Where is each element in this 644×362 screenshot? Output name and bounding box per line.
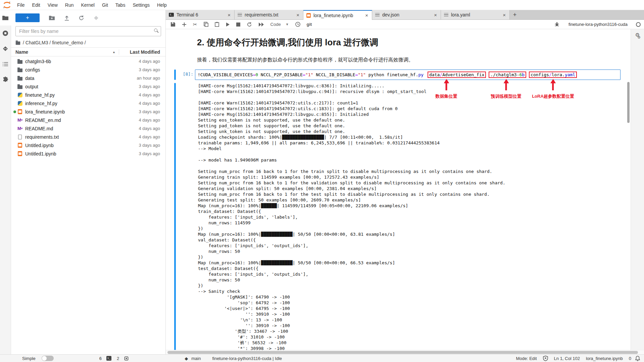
file-row-data[interactable]: dataan hour ago <box>11 74 165 82</box>
property-inspector-gears-icon[interactable]: ⚙⚙ <box>634 33 641 39</box>
menu-settings[interactable]: Settings <box>129 2 153 8</box>
menu-git[interactable]: Git <box>98 2 112 8</box>
file-row-requirements.txt[interactable]: requirements.txt4 days ago <box>11 133 165 141</box>
kernel-session-status[interactable]: finetune-lora-python3116-cuda | Idle <box>212 356 282 361</box>
file-row-output[interactable]: output3 days ago <box>11 82 165 91</box>
file-row-finetune_hf.py[interactable]: finetune_hf.py4 days ago <box>11 91 165 99</box>
terminals-count[interactable]: 6 <box>99 356 102 361</box>
file-row-README_en.md[interactable]: M▾README_en.md4 days ago <box>11 116 165 124</box>
tab-dev.json[interactable]: dev.json× <box>372 10 441 19</box>
kernel-status-icon[interactable] <box>636 22 641 27</box>
new-launcher-button[interactable]: + <box>15 13 40 22</box>
chevron-down-icon: ▼ <box>286 22 289 26</box>
menu-tabs[interactable]: Tabs <box>112 2 129 8</box>
file-row-Untitled.ipynb[interactable]: Untitled.ipynb3 days ago <box>11 141 165 149</box>
vertical-scrollbar[interactable] <box>627 82 630 123</box>
new-tab-button[interactable]: + <box>510 10 520 19</box>
menu-bar: FileEditViewRunKernelGitTabsSettingsHelp <box>0 0 644 10</box>
markdown-file-icon: M▾ <box>17 126 23 131</box>
cut-cell-icon[interactable]: ✂ <box>193 21 197 28</box>
paste-cell-icon[interactable] <box>215 22 219 27</box>
sidebar-tab-running-sessions[interactable] <box>0 26 11 41</box>
kernel-name[interactable]: finetune-lora-python3116-cuda <box>568 22 628 27</box>
mode-indicator[interactable]: Mode: Edit <box>516 356 537 361</box>
menu-view[interactable]: View <box>44 2 61 8</box>
terminal-icon[interactable]: s_ <box>106 356 111 361</box>
refresh-icon[interactable] <box>79 15 84 21</box>
close-icon[interactable]: × <box>227 12 231 18</box>
page-file-icon <box>17 134 23 140</box>
file-modified: 4 days ago <box>119 59 165 64</box>
horizontal-scrollbar[interactable] <box>166 350 644 354</box>
restart-run-all-icon[interactable] <box>258 22 264 27</box>
menu-edit[interactable]: Edit <box>29 2 44 8</box>
trust-shield-icon[interactable] <box>543 356 548 361</box>
debugger-bug-icon[interactable] <box>554 22 559 27</box>
code-editor[interactable]: !CUDA_VISIBLE_DEVICES=0 NCCL_P2P_DISABLE… <box>195 70 621 80</box>
new-folder-icon[interactable] <box>49 15 55 20</box>
cell-output-text: [HAMI-core Msg(15162:140147194547072:lib… <box>198 83 505 350</box>
kernels-count[interactable]: 2 <box>117 356 119 361</box>
file-name: output <box>25 84 119 89</box>
notebook-document: 2. 使用命令行开始微调,我们使用 lora 进行微调 接着，我们仅需要将配置好… <box>166 29 631 350</box>
simple-mode-toggle[interactable] <box>42 356 54 361</box>
file-row-README.md[interactable]: M▾README.md4 days ago <box>11 124 165 133</box>
restart-kernel-icon[interactable] <box>247 22 252 27</box>
sidebar-tab-extension-manager[interactable] <box>0 72 11 87</box>
git-branch-icon[interactable]: ◆ <box>185 356 188 361</box>
filter-files-wrap <box>15 26 161 36</box>
file-row-lora_finetune.ipynb[interactable]: lora_finetune.ipynb3 days ago <box>11 107 165 116</box>
add-cell-icon[interactable] <box>182 22 187 27</box>
kernel-usage-icon[interactable] <box>295 22 300 27</box>
kernel-sessions-icon[interactable] <box>124 356 129 361</box>
column-header-name[interactable]: Name ▲ <box>11 49 119 55</box>
close-icon[interactable]: × <box>364 12 369 18</box>
home-folder-icon[interactable] <box>16 42 20 45</box>
close-icon[interactable]: × <box>502 12 506 18</box>
jupyterlab-app: FileEditViewRunKernelGitTabsSettingsHelp <box>0 0 644 362</box>
git-toolbar-label[interactable]: git <box>307 22 312 27</box>
menu-file[interactable]: File <box>13 2 29 8</box>
tab-lora_finetune.ipynb[interactable]: lora_finetune.ipynb× <box>303 10 372 20</box>
file-row-chatglm3-6b[interactable]: chatglm3-6b4 days ago <box>11 57 165 65</box>
menu-run[interactable]: Run <box>61 2 78 8</box>
sidebar-tab-table-of-contents[interactable] <box>0 56 11 72</box>
sidebar-tab-git[interactable] <box>0 41 11 56</box>
file-modified: 4 days ago <box>119 126 165 131</box>
copy-cell-icon[interactable] <box>204 22 208 27</box>
tab-requirements.txt[interactable]: requirements.txt× <box>235 10 303 19</box>
menu-help[interactable]: Help <box>153 2 170 8</box>
save-icon[interactable] <box>170 22 176 27</box>
file-row-Untitled1.ipynb[interactable]: Untitled1.ipynb3 days ago <box>11 149 165 158</box>
git-clone-icon[interactable] <box>93 15 99 21</box>
upload-icon[interactable] <box>64 15 69 21</box>
column-header-last-modified[interactable]: Last Modified <box>119 49 165 55</box>
file-row-configs[interactable]: configs3 days ago <box>11 65 165 74</box>
file-name: configs <box>25 67 119 73</box>
cell-type-dropdown[interactable]: Code▼ <box>270 22 289 27</box>
bell-icon[interactable] <box>635 356 640 361</box>
cell-output-area: [HAMI-core Msg(15162:140147194547072:lib… <box>174 83 631 350</box>
input-collapser[interactable] <box>174 70 176 80</box>
horizontal-scrollbar-thumb[interactable] <box>167 351 638 354</box>
notification-count[interactable]: 0 <box>629 356 631 361</box>
menu-kernel[interactable]: Kernel <box>77 2 98 8</box>
breadcrumb-path[interactable]: / ChatGLM3 / finetune_demo / <box>23 40 86 45</box>
sidebar-tab-file-browser[interactable] <box>0 10 11 26</box>
puzzle-icon <box>2 77 8 83</box>
cursor-position[interactable]: Ln 1, Col 102 <box>554 356 580 361</box>
tab-lora.yaml[interactable]: lora.yaml× <box>441 10 510 19</box>
git-branch-name[interactable]: main <box>191 356 201 361</box>
folder-file-icon <box>17 76 23 81</box>
file-row-inference_hf.py[interactable]: inference_hf.py4 days ago <box>11 99 165 107</box>
close-icon[interactable]: × <box>433 12 438 18</box>
filter-files-input[interactable] <box>15 26 161 36</box>
stop-kernel-icon[interactable] <box>236 22 240 27</box>
breadcrumb[interactable]: / ChatGLM3 / finetune_demo / <box>11 38 165 47</box>
run-cell-icon[interactable] <box>226 22 230 27</box>
close-icon[interactable]: × <box>296 12 300 18</box>
output-collapser[interactable] <box>174 83 176 350</box>
tab-Terminal 6[interactable]: s_Terminal 6× <box>166 10 235 19</box>
markdown-heading: 2. 使用命令行开始微调,我们使用 lora 进行微调 <box>197 37 631 48</box>
active-filename[interactable]: lora_finetune.ipynb <box>586 356 623 361</box>
